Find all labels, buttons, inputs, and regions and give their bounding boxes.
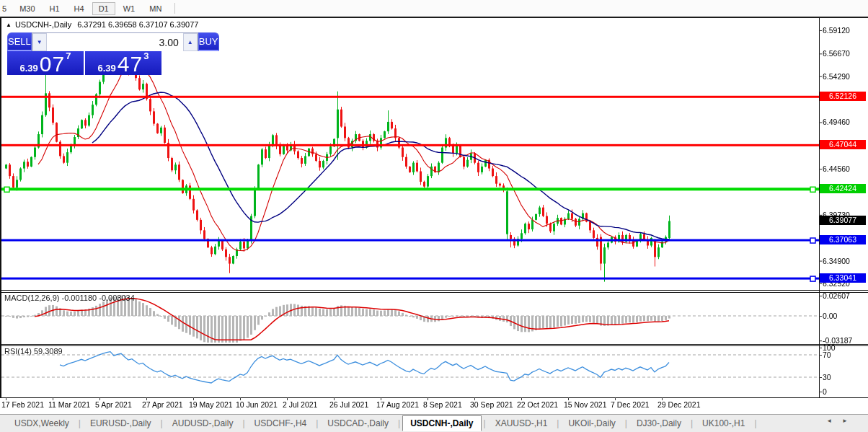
tab-separator: | [623,418,629,428]
timeframe-button-h4[interactable]: H4 [68,2,91,15]
buy-price-prefix: 6.39 [98,63,116,74]
current-price-chip: 6.39077 [820,216,866,225]
rsi-axis-tick: 0 [823,387,827,396]
level-price-chip: 6.33041 [820,273,866,283]
price-axis-tick: 6.59120 [823,26,850,35]
chart-symbol-label: USDCNH-,Daily [15,20,71,29]
symbol-tab-bar: USDX,Weekly|EURUSD-,Daily|AUDUSD-,Daily|… [0,414,868,432]
level-price-chip: 6.42424 [820,184,866,193]
date-axis-label: 17 Aug 2021 [376,400,419,409]
tab-usdcad-daily[interactable]: USDCAD-,Daily [320,416,396,431]
date-axis-label: 17 Feb 2021 [1,400,44,409]
tab-scroll-left-icon[interactable]: ◄ [826,418,842,424]
trading-platform-window: 5M30H1H4D1W1MN ▲USDCNH-,Daily6.37291 6.3… [0,0,868,432]
sell-price-pips: 07 [40,55,65,74]
price-axis-tick: 6.56670 [823,49,850,58]
price-axis-tick: 6.34900 [823,257,850,265]
toolbar-separator [174,3,175,14]
price-axis-tick: 6.49460 [823,118,850,126]
tab-xauusd-h1[interactable]: XAUUSD-,H1 [488,416,555,431]
timeframe-toolbar: 5M30H1H4D1W1MN [0,0,868,18]
date-axis-label: 5 Apr 2021 [95,400,132,409]
sell-price-point: 7 [66,51,71,61]
level-price-chip: 6.47044 [820,140,866,149]
chart-ohlc-values: 6.37291 6.39658 6.37107 6.39077 [77,20,198,29]
date-axis-label: 10 Jun 2021 [236,400,278,409]
collapse-icon[interactable]: ▲ [6,22,12,28]
level-price-chip: 6.52126 [820,92,866,101]
timeframe-button-mn[interactable]: MN [143,2,168,15]
tab-separator: | [688,418,695,428]
tab-separator: | [314,418,320,428]
date-axis-label: 11 Mar 2021 [48,400,90,409]
timeframe-button-m30[interactable]: M30 [13,2,41,15]
date-axis-label: 22 Oct 2021 [517,400,558,409]
date-axis-label: 8 Sep 2021 [423,400,462,409]
tab-separator: | [159,418,165,428]
rsi-axis-tick: 70 [823,351,831,359]
date-axis-label: 26 Jul 2021 [329,400,368,409]
sell-price-display[interactable]: 6.39 07 7 [7,51,85,75]
level-price-chip: 6.37063 [820,235,866,244]
macd-indicator-label: MACD(12,26,9) -0.001180 -0.003034 [4,294,135,302]
volume-increase-button[interactable]: ▲ [183,33,198,51]
date-axis-label: 30 Sep 2021 [470,400,513,409]
tab-separator: | [240,418,247,428]
tab-audusd-daily[interactable]: AUDUSD-,Daily [165,416,241,431]
sell-button[interactable]: SELL [7,32,32,51]
date-axis-label: 29 Dec 2021 [657,400,701,409]
date-axis-label: 19 May 2021 [189,400,233,409]
volume-group: ▼ ▲ [32,32,198,51]
tab-separator: | [482,418,488,428]
tab-ukoil-daily[interactable]: UKOil-,Daily [561,416,622,431]
date-axis-label: 2 Jul 2021 [283,400,317,409]
price-chart-canvas[interactable] [0,18,868,432]
tab-eurusd-daily[interactable]: EURUSD-,Daily [83,416,159,431]
rsi-indicator-label: RSI(14) 59.3089 [4,347,63,356]
buy-price-display[interactable]: 6.39 47 3 [85,51,161,75]
tab-separator: | [396,418,402,428]
macd-axis-tick: 0.00 [823,312,837,320]
tab-usdchf-h4[interactable]: USDCHF-,H4 [247,416,314,431]
rsi-axis-tick: 30 [823,373,831,382]
tab-separator: | [752,418,758,428]
tab-separator: | [554,418,561,428]
timeframe-button-w1[interactable]: W1 [117,2,142,15]
one-click-trade-panel: SELL ▼ ▲ BUY 6.39 07 7 6.39 47 3 [7,32,161,75]
volume-input[interactable] [47,33,183,51]
tab-scroll-arrows: ◄► [826,418,858,424]
timeframe-button-5[interactable]: 5 [1,2,12,15]
timeframe-button-d1[interactable]: D1 [92,2,115,15]
chart-title: ▲USDCNH-,Daily6.37291 6.39658 6.37107 6.… [6,20,198,29]
sell-price-prefix: 6.39 [20,63,38,74]
tab-uk100-h1[interactable]: UK100-,H1 [695,416,752,431]
price-axis-tick: 6.44560 [823,164,850,173]
tab-usdx-weekly[interactable]: USDX,Weekly [7,416,76,431]
volume-decrease-button[interactable]: ▼ [32,33,47,51]
date-axis-label: 27 Apr 2021 [142,400,183,409]
tab-dj30-daily[interactable]: DJ30-,Daily [629,416,688,431]
macd-axis-tick: 0.02607 [823,291,850,300]
tab-scroll-right-icon[interactable]: ► [842,418,858,424]
buy-price-point: 3 [143,51,149,61]
date-axis-label: 7 Dec 2021 [611,400,650,409]
buy-button[interactable]: BUY [198,32,219,51]
buy-price-pips: 47 [118,55,143,74]
timeframe-button-h1[interactable]: H1 [43,2,66,15]
price-axis-tick: 6.54290 [823,72,850,81]
tab-usdcnh-daily[interactable]: USDCNH-,Daily [402,415,481,431]
date-axis-label: 15 Nov 2021 [564,400,607,409]
tab-separator: | [76,418,83,428]
